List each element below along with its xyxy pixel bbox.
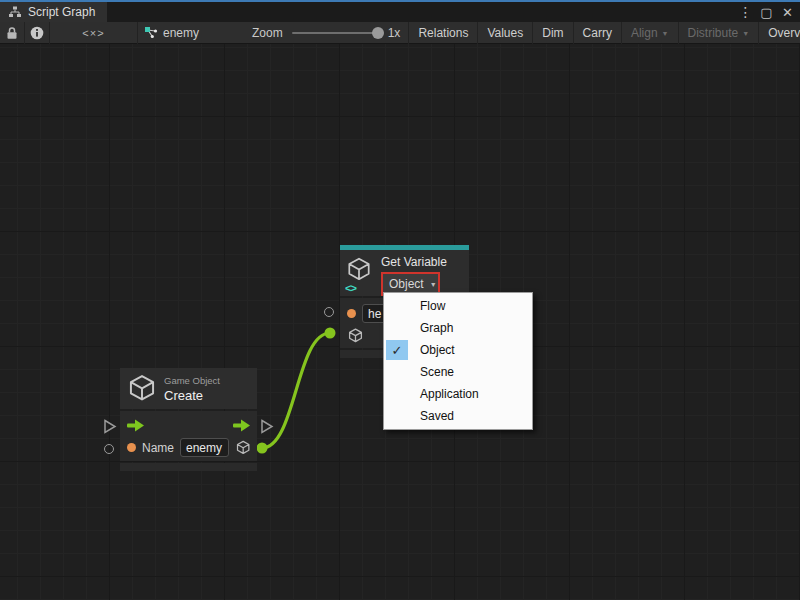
distribute-button[interactable]: Distribute ▼ xyxy=(679,22,759,44)
param-label: Name xyxy=(142,441,174,455)
menu-item-scene[interactable]: Scene xyxy=(384,361,532,383)
window-menu-icon[interactable]: ⋮ xyxy=(737,3,754,21)
get-variable-header: <> Get Variable Object ▼ xyxy=(340,250,469,296)
dim-button[interactable]: Dim xyxy=(533,22,572,44)
lock-icon xyxy=(6,26,18,40)
node-category: Game Object xyxy=(164,375,220,386)
values-button[interactable]: Values xyxy=(478,22,532,44)
align-button[interactable]: Align ▼ xyxy=(622,22,678,44)
tab-script-graph[interactable]: Script Graph xyxy=(0,2,107,22)
menu-item-saved[interactable]: Saved xyxy=(384,405,532,427)
check-icon: ✓ xyxy=(386,340,408,360)
carry-button[interactable]: Carry xyxy=(574,22,621,44)
breadcrumb[interactable]: enemy xyxy=(138,26,220,40)
tab-title: Script Graph xyxy=(28,5,95,19)
flow-in-arrow-icon[interactable] xyxy=(127,419,145,432)
collapse-x-icon: <×> xyxy=(82,27,104,39)
variable-cube-icon: <> xyxy=(345,255,375,292)
zoom-slider-handle[interactable] xyxy=(372,27,384,39)
zoom-label: Zoom xyxy=(252,26,283,40)
name-input-outer-port[interactable] xyxy=(104,444,114,454)
flow-out-outer-port[interactable] xyxy=(260,419,274,434)
create-node-body: Name enemy xyxy=(120,411,257,461)
menu-item-object[interactable]: ✓ Object xyxy=(384,339,532,361)
zoom-slider[interactable] xyxy=(292,32,378,34)
flow-in-outer-port[interactable] xyxy=(103,419,117,434)
script-graph-window: Script Graph ⋮ ▢ ✕ <×> xyxy=(0,0,800,600)
get-variable-name-outer-port[interactable] xyxy=(324,307,334,317)
toolbar-buttons: Relations Values Dim Carry Align ▼ Distr… xyxy=(408,22,800,44)
graph-hierarchy-icon xyxy=(8,6,22,18)
gameobject-input-port-icon[interactable] xyxy=(347,327,364,345)
create-node-footer xyxy=(120,463,257,471)
chevron-down-icon: ▼ xyxy=(742,30,749,37)
create-node-header: Game Object Create xyxy=(120,368,257,409)
graph-toolbar: <×> enemy Zoom 1x Relations Values xyxy=(0,22,800,44)
name-input-port[interactable] xyxy=(347,309,356,318)
menu-item-application[interactable]: Application xyxy=(384,383,532,405)
maximize-icon[interactable]: ▢ xyxy=(758,3,775,21)
name-value-field[interactable]: enemy xyxy=(180,438,229,457)
carry-children-button[interactable]: <×> xyxy=(50,22,137,44)
create-gameobject-node[interactable]: Game Object Create Name xyxy=(120,368,257,471)
relations-button[interactable]: Relations xyxy=(409,22,477,44)
tab-strip: Script Graph xyxy=(0,2,800,22)
info-button[interactable] xyxy=(25,22,49,44)
name-input-port[interactable] xyxy=(127,443,136,452)
gameobject-output-port-icon[interactable] xyxy=(235,439,251,457)
zoom-control: Zoom 1x xyxy=(252,26,400,40)
menu-item-graph[interactable]: Graph xyxy=(384,317,532,339)
chevron-down-icon: ▼ xyxy=(662,30,669,37)
node-title: Get Variable xyxy=(381,255,447,269)
overview-button[interactable]: Overview xyxy=(759,22,800,44)
code-brackets-icon: <> xyxy=(345,282,356,294)
lock-button[interactable] xyxy=(0,22,24,44)
scope-dropdown-menu: Flow Graph ✓ Object Scene Application Sa… xyxy=(383,292,533,430)
graph-breadcrumb-icon xyxy=(144,26,158,39)
close-icon[interactable]: ✕ xyxy=(779,3,796,21)
breadcrumb-label: enemy xyxy=(163,26,199,40)
info-icon xyxy=(30,26,44,40)
graph-canvas[interactable]: <> Get Variable Object ▼ he xyxy=(0,44,800,600)
menu-item-flow[interactable]: Flow xyxy=(384,295,532,317)
window-controls: ⋮ ▢ ✕ xyxy=(737,2,796,22)
zoom-value: 1x xyxy=(388,26,401,40)
scope-value: Object xyxy=(389,277,424,291)
chevron-down-icon: ▼ xyxy=(430,281,437,288)
gameobject-cube-icon xyxy=(126,373,158,405)
node-title: Create xyxy=(164,388,220,403)
flow-out-arrow-icon[interactable] xyxy=(233,419,251,432)
